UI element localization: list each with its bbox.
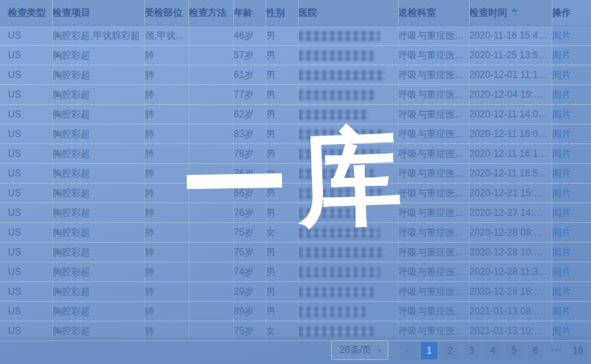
table-row: US 胸腔彩超 肺 76岁 女 呼吸与重症医... 2020-12-11 16:… bbox=[0, 164, 591, 184]
redacted-hospital-name bbox=[299, 287, 374, 297]
page-button-4[interactable]: 4 bbox=[485, 342, 501, 359]
cell-age: 61岁 bbox=[233, 65, 266, 85]
view-images-link[interactable]: 阅片 bbox=[552, 227, 571, 238]
cell-exam-method bbox=[188, 302, 233, 321]
table-row: US 胸腔彩超 肺 61岁 男 呼吸与重症医... 2020-12-01 11:… bbox=[0, 65, 591, 85]
cell-exam-item: 胸腔彩超 bbox=[52, 243, 144, 262]
view-images-link[interactable]: 阅片 bbox=[552, 30, 571, 41]
prev-page-button[interactable]: ‹ bbox=[400, 342, 416, 359]
view-images-link[interactable]: 阅片 bbox=[552, 325, 571, 336]
table-body: US 胸腔彩超,甲状腺彩超 颈,甲状... 46岁 男 呼吸与重症医... 20… bbox=[0, 26, 591, 341]
table-row: US 胸腔彩超 肺 76岁 男 呼吸与重症医... 2020-12-27 14:… bbox=[0, 203, 591, 223]
cell-age: 74岁 bbox=[233, 262, 266, 282]
cell-exam-time: 2020-12-11 16:14:49 bbox=[469, 144, 552, 164]
redacted-hospital-name bbox=[299, 31, 380, 41]
cell-exam-time: 2020-12-27 14:23:04 bbox=[469, 203, 552, 223]
cell-exam-type: US bbox=[0, 223, 52, 243]
page-button-5[interactable]: 5 bbox=[506, 342, 522, 359]
cell-body-part: 肺 bbox=[144, 262, 188, 282]
cell-exam-time: 2020-12-28 10:24:30 bbox=[469, 243, 552, 262]
cell-body-part: 肺 bbox=[144, 203, 188, 223]
view-images-link[interactable]: 阅片 bbox=[552, 247, 571, 258]
col-header-exam-type: 检查类型 bbox=[0, 0, 52, 26]
cell-hospital bbox=[298, 144, 398, 164]
cell-send-dept: 呼吸与重症医... bbox=[398, 144, 469, 164]
view-images-link[interactable]: 阅片 bbox=[552, 168, 571, 179]
cell-exam-type: US bbox=[0, 164, 52, 184]
cell-send-dept: 呼吸与重症医... bbox=[398, 223, 469, 243]
cell-operation: 阅片 bbox=[552, 85, 591, 105]
view-images-link[interactable]: 阅片 bbox=[552, 128, 571, 139]
redacted-hospital-name bbox=[299, 149, 380, 159]
page-button-3[interactable]: 3 bbox=[463, 342, 480, 359]
page-button-6[interactable]: 6 bbox=[527, 342, 544, 359]
view-images-link[interactable]: 阅片 bbox=[552, 188, 571, 199]
cell-exam-time: 2021-01-13 08:35:05 bbox=[469, 302, 552, 321]
cell-body-part: 颈,甲状... bbox=[144, 26, 188, 46]
redacted-hospital-name bbox=[299, 90, 374, 100]
cell-exam-method bbox=[188, 184, 233, 203]
cell-hospital bbox=[298, 203, 398, 223]
view-images-link[interactable]: 阅片 bbox=[552, 89, 571, 100]
cell-gender: 男 bbox=[266, 184, 298, 203]
col-header-age: 年龄 bbox=[233, 0, 266, 26]
page-size-select[interactable]: 20条/页 ▾ bbox=[331, 340, 388, 360]
cell-operation: 阅片 bbox=[552, 302, 591, 321]
redacted-hospital-name bbox=[299, 50, 374, 61]
cell-age: 46岁 bbox=[233, 26, 266, 46]
cell-operation: 阅片 bbox=[552, 184, 591, 203]
view-images-link[interactable]: 阅片 bbox=[552, 69, 571, 80]
cell-age: 76岁 bbox=[233, 203, 266, 223]
cell-operation: 阅片 bbox=[552, 262, 591, 282]
view-images-link[interactable]: 阅片 bbox=[552, 266, 571, 277]
redacted-hospital-name bbox=[299, 188, 385, 199]
cell-body-part: 肺 bbox=[144, 144, 188, 164]
page-button-1[interactable]: 1 bbox=[421, 342, 437, 359]
cell-hospital bbox=[298, 164, 398, 184]
sort-caret-icon[interactable] bbox=[511, 8, 518, 17]
redacted-hospital-name bbox=[299, 169, 374, 179]
cell-hospital bbox=[298, 124, 398, 144]
cell-body-part: 肺 bbox=[144, 223, 188, 243]
table-row: US 胸腔彩超 肺 74岁 男 呼吸与重症医... 2020-12-28 11:… bbox=[0, 262, 591, 282]
cell-hospital bbox=[298, 105, 398, 124]
cell-hospital bbox=[298, 243, 398, 262]
view-images-link[interactable]: 阅片 bbox=[552, 207, 571, 218]
table-row: US 胸腔彩超 肺 75岁 男 呼吸与重症医... 2020-12-28 10:… bbox=[0, 243, 591, 262]
cell-hospital bbox=[298, 223, 398, 243]
cell-exam-method bbox=[188, 124, 233, 144]
table-row: US 胸腔彩超 肺 66岁 男 呼吸与重症医... 2020-12-21 15:… bbox=[0, 184, 591, 203]
view-images-link[interactable]: 阅片 bbox=[552, 306, 571, 317]
cell-send-dept: 呼吸与重症医... bbox=[398, 124, 469, 144]
cell-exam-type: US bbox=[0, 26, 52, 46]
cell-hospital bbox=[298, 26, 398, 46]
cell-gender: 男 bbox=[266, 46, 298, 65]
view-images-link[interactable]: 阅片 bbox=[552, 148, 571, 159]
col-header-hospital: 医院 bbox=[298, 0, 398, 26]
cell-age: 77岁 bbox=[233, 85, 266, 105]
page-button-16[interactable]: 16 bbox=[570, 342, 586, 359]
cell-hospital bbox=[298, 282, 398, 302]
table-row: US 胸腔彩超 肺 75岁 女 呼吸与重症医... 2020-12-28 08:… bbox=[0, 223, 591, 243]
cell-send-dept: 呼吸与重症医... bbox=[398, 203, 469, 223]
cell-exam-method bbox=[188, 85, 233, 105]
view-images-link[interactable]: 阅片 bbox=[552, 286, 571, 297]
col-header-exam-time[interactable]: 检查时间 bbox=[469, 0, 552, 26]
page-button-2[interactable]: 2 bbox=[442, 342, 459, 359]
view-images-link[interactable]: 阅片 bbox=[552, 50, 571, 61]
cell-exam-time: 2020-11-25 13:50:01 bbox=[469, 46, 552, 65]
cell-age: 75岁 bbox=[233, 243, 266, 262]
redacted-hospital-name bbox=[299, 70, 385, 80]
cell-gender: 男 bbox=[266, 282, 298, 302]
cell-exam-item: 胸腔彩超 bbox=[52, 105, 144, 124]
col-header-gender: 性别 bbox=[266, 0, 298, 26]
col-header-exam-method: 检查方法 bbox=[188, 0, 233, 26]
view-images-link[interactable]: 阅片 bbox=[552, 109, 571, 120]
cell-send-dept: 呼吸与重症医... bbox=[398, 302, 469, 321]
cell-operation: 阅片 bbox=[552, 26, 591, 46]
cell-hospital bbox=[298, 302, 398, 321]
cell-exam-item: 胸腔彩超 bbox=[52, 302, 144, 321]
cell-body-part: 肺 bbox=[144, 243, 188, 262]
cell-exam-item: 胸腔彩超 bbox=[52, 164, 144, 184]
more-pages-button[interactable]: ••• bbox=[548, 342, 565, 359]
